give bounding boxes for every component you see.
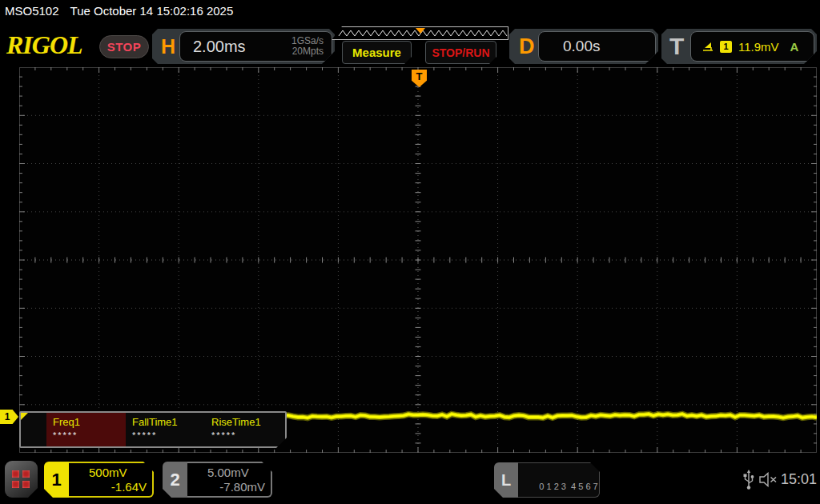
model-name: MSO5102 — [5, 4, 59, 18]
preview-trigger-position-icon — [416, 28, 425, 34]
delay-value: 0.00s — [563, 38, 600, 55]
speaker-muted-icon — [759, 472, 778, 487]
logic-row1: 0 1 2 3 4 5 6 7 — [539, 482, 597, 491]
panel-fold-icon — [21, 413, 28, 420]
channel1-scale: 500mV — [89, 466, 127, 479]
measure-button[interactable]: Measure — [342, 41, 412, 64]
menu-button[interactable] — [5, 461, 38, 498]
usb-icon — [743, 470, 754, 490]
trigger-source-badge: 1 — [720, 41, 732, 53]
graticule[interactable]: T 1 Freq1 ***** FallTime1 ***** RiseTime… — [19, 67, 817, 453]
titlebar: MSO5102Tue October 14 15:02:16 2025 — [5, 4, 233, 18]
channel1-body: 500mV -1.64V — [69, 462, 154, 498]
memory-depth: 20Mpts — [292, 46, 324, 57]
measurement-panel[interactable]: Freq1 ***** FallTime1 ***** RiseTime1 **… — [19, 411, 287, 448]
logic-tab[interactable]: L — [494, 462, 518, 498]
channel1-ground-marker-icon[interactable]: 1 — [0, 410, 18, 424]
channel2-body: 5.00mV -7.80mV — [187, 462, 272, 498]
datetime: Tue October 14 15:02:16 2025 — [70, 4, 234, 18]
trigger-box[interactable]: T 1 11.9mV A — [661, 29, 817, 64]
run-state-badge: STOP — [99, 35, 149, 58]
channel2-tab[interactable]: 2 — [163, 462, 187, 498]
channel1-offset: -1.64V — [74, 480, 147, 494]
logic-channels-box[interactable]: L 0 1 2 3 4 5 6 7 8 9 10 11 12 13 14 15 — [494, 462, 600, 498]
delay-box[interactable]: D 0.00s — [509, 29, 658, 64]
waveform-preview-strip[interactable] — [332, 26, 508, 40]
timebase-value: 2.00ms — [193, 38, 246, 56]
grid-and-waveform-svg — [19, 67, 817, 453]
rising-edge-trigger-icon — [702, 40, 713, 53]
oscilloscope-screen: MSO5102Tue October 14 15:02:16 2025 RIGO… — [0, 0, 820, 504]
horizontal-label: H — [161, 35, 175, 58]
channel2-offset: -7.80mV — [193, 480, 265, 494]
trigger-pill: 1 11.9mV A — [690, 31, 814, 62]
channel1-tab[interactable]: 1 — [44, 462, 69, 498]
horizontal-pill: 2.00ms 1GSa/s 20Mpts — [179, 31, 332, 62]
measurement-item-falltime[interactable]: FallTime1 ***** — [126, 413, 205, 446]
channel2-scale: 5.00mV — [207, 466, 249, 479]
rigol-logo: RIGOL — [6, 30, 82, 60]
horizontal-timebase-box[interactable]: H 2.00ms 1GSa/s 20Mpts — [152, 29, 335, 64]
measurement-item-risetime[interactable]: RiseTime1 ***** — [205, 413, 284, 446]
clock: 15:01 — [781, 471, 817, 488]
delay-label: D — [519, 34, 535, 59]
sample-rate: 1GSa/s — [291, 35, 324, 46]
stop-run-button[interactable]: STOP/RUN — [425, 41, 496, 64]
trigger-sweep-mode: A — [790, 40, 799, 54]
channel1-status-box[interactable]: 1 500mV -1.64V — [44, 462, 154, 498]
acquisition-rates: 1GSa/s 20Mpts — [291, 36, 324, 57]
trigger-level-value: 11.9mV — [738, 40, 779, 54]
logic-channel-list: 0 1 2 3 4 5 6 7 8 9 10 11 12 13 14 15 — [518, 462, 600, 498]
delay-pill: 0.00s — [538, 31, 656, 62]
trigger-label: T — [669, 33, 684, 60]
menu-grid-icon — [12, 470, 30, 489]
measurement-item-freq[interactable]: Freq1 ***** — [46, 413, 126, 446]
channel2-status-box[interactable]: 2 5.00mV -7.80mV — [163, 462, 272, 498]
